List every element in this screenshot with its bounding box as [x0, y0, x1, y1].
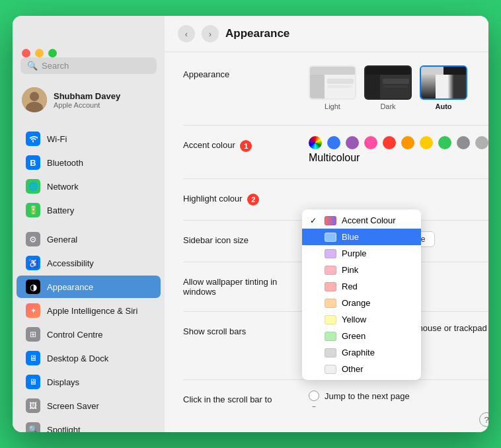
wifi-icon	[26, 131, 40, 146]
sidebar-item-siri[interactable]: ✦ Apple Intelligence & Siri	[17, 299, 161, 322]
content-area: Appearance Light	[165, 52, 488, 407]
appearance-options: Light Dark	[309, 65, 467, 110]
sidebar-item-appearance[interactable]: ◑ Appearance	[17, 276, 161, 298]
click-next-page-radio[interactable]	[309, 391, 319, 401]
yellow-swatch	[325, 315, 336, 324]
click-scrollbar-row: Click in the scroll bar to Jump to the n…	[183, 379, 488, 407]
sidebar-item-accessibility[interactable]: ♿ Accessibility	[17, 252, 161, 274]
click-spot-label: Jump to the spot that's clicked	[325, 407, 440, 408]
orange-swatch	[325, 299, 336, 308]
wallpaper-tinting-label: Allow wallpaper tinting in windows	[183, 273, 309, 297]
blue-dot[interactable]	[327, 136, 340, 149]
sidebar-icon-label: Sidebar icon size	[183, 231, 309, 245]
click-next-page-label: Jump to the next page	[325, 391, 410, 401]
highlight-dropdown-menu[interactable]: ✓ Accent Colour Blue Purple	[302, 209, 421, 380]
pink-dot[interactable]	[364, 136, 377, 149]
click-next-page-option[interactable]: Jump to the next page	[309, 391, 440, 401]
maximize-button[interactable]	[48, 49, 57, 57]
dropdown-item-pink[interactable]: Pink	[302, 262, 421, 278]
dropdown-item-blue[interactable]: Blue	[302, 229, 421, 245]
sidebar-item-network[interactable]: 🌐 Network	[17, 175, 161, 198]
blue-option-label: Blue	[342, 232, 359, 242]
dropdown-item-accent[interactable]: ✓ Accent Colour	[302, 212, 421, 229]
dropdown-item-red[interactable]: Red	[302, 278, 421, 295]
sidebar-item-displays[interactable]: 🖥 Displays	[17, 371, 161, 393]
forward-button[interactable]: ›	[202, 25, 219, 42]
minimize-button[interactable]	[35, 49, 44, 57]
purple-swatch	[325, 249, 336, 258]
appearance-light-option[interactable]: Light	[309, 65, 356, 110]
graphite-swatch	[325, 348, 336, 357]
main-content: ‹ › Appearance Appearance	[165, 16, 488, 432]
sidebar-item-general[interactable]: ⚙ General	[17, 228, 161, 250]
displays-icon: 🖥	[26, 375, 40, 389]
light-label: Light	[325, 102, 340, 110]
sidebar-item-screensaver[interactable]: 🖼 Screen Saver	[17, 394, 161, 417]
help-button[interactable]: ?	[479, 412, 488, 427]
sidebar-item-battery[interactable]: 🔋 Battery	[17, 199, 161, 221]
accent-option-label: Accent Colour	[342, 215, 396, 225]
dropdown-item-graphite[interactable]: Graphite	[302, 344, 421, 361]
sidebar-item-label-control: Control Centre	[47, 330, 103, 340]
page-title: Appearance	[225, 27, 289, 40]
graphite-dot[interactable]	[457, 136, 470, 149]
search-input[interactable]: Search	[42, 61, 69, 71]
green-swatch	[325, 332, 336, 341]
green-dot[interactable]	[438, 136, 451, 149]
purple-dot[interactable]	[346, 136, 359, 149]
accent-row: Accent colour 1	[183, 125, 488, 164]
blue-swatch	[325, 233, 336, 242]
accessibility-icon: ♿	[26, 256, 40, 270]
search-box[interactable]: 🔍 Search	[20, 57, 157, 74]
sidebar-item-desktop[interactable]: 🖥 Desktop & Dock	[17, 347, 161, 369]
sidebar-item-spotlight[interactable]: 🔍 Spotlight	[17, 418, 161, 432]
click-spot-radio[interactable]	[309, 406, 319, 407]
multicolour-label: Multicolour	[309, 152, 488, 164]
dropdown-item-yellow[interactable]: Yellow	[302, 311, 421, 328]
back-button[interactable]: ‹	[178, 25, 195, 42]
profile-section[interactable]: Shubham Davey Apple Account	[13, 82, 165, 118]
dark-thumbnail	[364, 65, 412, 100]
click-spot-option[interactable]: Jump to the spot that's clicked	[309, 406, 440, 407]
accent-label: Accent colour 1	[183, 136, 309, 152]
gray-dot[interactable]	[475, 136, 488, 149]
appearance-dark-option[interactable]: Dark	[364, 65, 412, 110]
orange-dot[interactable]	[401, 136, 414, 149]
sidebar-titlebar	[13, 49, 165, 57]
red-dot[interactable]	[383, 136, 396, 149]
green-option-label: Green	[342, 331, 366, 341]
yellow-dot[interactable]	[420, 136, 433, 149]
profile-info: Shubham Davey Apple Account	[54, 91, 120, 109]
graphite-option-label: Graphite	[342, 348, 375, 357]
sidebar-item-control[interactable]: ⊞ Control Centre	[17, 323, 161, 346]
red-swatch	[325, 282, 336, 291]
sidebar-item-label-wifi: Wi-Fi	[47, 134, 67, 144]
sidebar-item-bluetooth[interactable]: B Bluetooth	[17, 151, 161, 174]
network-icon: 🌐	[26, 179, 40, 194]
sidebar-item-label-desktop: Desktop & Dock	[47, 354, 108, 363]
dropdown-item-orange[interactable]: Orange	[302, 295, 421, 311]
purple-option-label: Purple	[342, 248, 367, 258]
sidebar-item-wifi[interactable]: Wi-Fi	[17, 128, 161, 150]
sidebar-item-label-displays: Displays	[47, 377, 79, 387]
other-swatch	[325, 365, 336, 374]
auto-thumbnail	[420, 65, 467, 100]
scrollbars-label: Show scroll bars	[183, 322, 309, 336]
click-scrollbar-label: Click in the scroll bar to	[183, 391, 309, 404]
multicolor-dot[interactable]	[309, 136, 322, 149]
close-button[interactable]	[22, 49, 30, 57]
dropdown-item-other[interactable]: Other	[302, 361, 421, 377]
click-scrollbar-options: Jump to the next page Jump to the spot t…	[309, 391, 440, 407]
dropdown-item-green[interactable]: Green	[302, 328, 421, 344]
sidebar-item-label-appearance: Appearance	[47, 282, 93, 292]
main-header: ‹ › Appearance	[165, 16, 488, 52]
profile-subtitle: Apple Account	[54, 101, 120, 109]
avatar	[22, 87, 47, 112]
accent-colors: Multicolour	[309, 136, 488, 164]
sidebar-item-label-bluetooth: Bluetooth	[47, 158, 83, 168]
appearance-auto-option[interactable]: Auto	[420, 65, 467, 110]
spotlight-icon: 🔍	[26, 422, 40, 432]
dropdown-item-purple[interactable]: Purple	[302, 245, 421, 262]
desktop-icon: 🖥	[26, 351, 40, 365]
appearance-row: Appearance Light	[183, 65, 488, 110]
